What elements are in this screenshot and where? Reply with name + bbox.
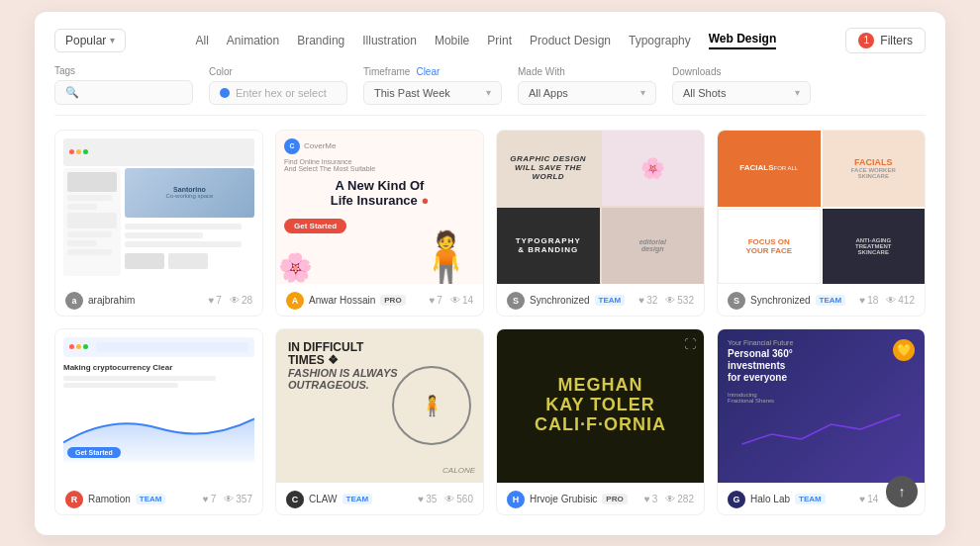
color-dot [220,88,230,98]
nav-links: All Animation Branding Illustration Mobi… [195,32,776,49]
card-facials[interactable]: FACIALSFOR ALL FACIALS FACE WORKERSKINCA… [717,130,926,317]
card4-avatar: S [728,292,745,310]
color-filter: Color Enter hex or select [209,66,347,105]
filters-button[interactable]: 1 Filters [845,28,926,53]
color-label: Color [209,66,347,77]
card4-author: S Synchronized TEAM [728,292,845,310]
made-with-filter: Made With All Apps ▾ [518,66,656,105]
arrow-up-icon: ↑ [899,484,906,500]
heart-icon7: ♥ [644,494,650,504]
downloads-select[interactable]: All Shots ▾ [672,81,811,105]
card4-badge: TEAM [816,295,846,306]
nav-typography[interactable]: Typography [629,34,691,47]
card2-footer: A Anwar Hossain PRO ♥7 👁14 [276,284,483,316]
card1-stats: ♥7 👁28 [208,295,252,306]
nav-product-design[interactable]: Product Design [530,34,611,47]
clear-button[interactable]: Clear [416,66,440,77]
timeframe-chevron: ▾ [486,87,491,98]
card-coworking[interactable]: Santorino Co-working space [54,130,263,317]
card7-avatar: H [507,491,525,508]
search-icon: 🔍 [65,86,79,99]
color-placeholder: Enter hex or select [236,87,327,99]
card1-avatar: a [65,292,83,310]
card2-author-name: Anwar Hossain [309,295,375,306]
timeframe-value: This Past Week [374,87,450,99]
nav-animation[interactable]: Animation [227,34,279,47]
card6-image: IN DIFFICULTTIMES ❖ Fashion is alwaysout… [276,329,483,483]
card3-author: S Synchronized TEAM [507,292,625,310]
popular-button[interactable]: Popular ▾ [54,29,126,52]
view-icon7: 👁 [665,494,675,504]
card6-author: C CLAW TEAM [286,491,372,508]
card2-avatar: A [286,292,304,310]
top-nav: Popular ▾ All Animation Branding Illustr… [54,28,926,53]
card1-image: Santorino Co-working space [55,131,262,284]
card3-author-name: Synchronized [530,295,590,306]
main-container: Popular ▾ All Animation Branding Illustr… [35,12,945,535]
tags-filter: Tags 🔍 [54,65,193,105]
view-icon6: 👁 [444,494,454,504]
popular-label: Popular [65,34,106,47]
card3-image: GRAPHIC DESIGNWILL SAVE THE WORLD 🌸 TYPO… [497,131,704,284]
card3-stats: ♥32 👁532 [638,295,694,306]
heart-icon: ♥ [208,295,214,306]
card2-stats: ♥7 👁14 [429,295,473,306]
heart-icon6: ♥ [418,494,424,504]
nav-print[interactable]: Print [487,34,512,47]
nav-all[interactable]: All [195,34,208,47]
card-synchronized1[interactable]: GRAPHIC DESIGNWILL SAVE THE WORLD 🌸 TYPO… [496,130,705,317]
card7-image: ⛶ MEGHANKAY TOLERCALI·F·ORNIA [497,329,704,483]
card1-author: a arajbrahim [65,292,135,310]
card1-author-name: arajbrahim [88,295,135,306]
card5-author: R Ramotion TEAM [65,491,165,508]
card3-footer: S Synchronized TEAM ♥32 👁532 [497,284,704,316]
card8-image: Your Financial Future Personal 360°inves… [718,329,925,483]
scroll-top-button[interactable]: ↑ [886,476,918,507]
heart-icon4: ♥ [859,295,865,306]
made-with-select[interactable]: All Apps ▾ [518,81,656,105]
view-icon3: 👁 [665,295,675,306]
downloads-value: All Shots [683,87,726,99]
nav-web-design[interactable]: Web Design [709,32,776,49]
nav-branding[interactable]: Branding [297,34,344,47]
heart-icon3: ♥ [638,295,644,306]
card6-author-name: CLAW [309,494,338,504]
card7-stats: ♥3 👁282 [644,494,694,504]
card7-footer: H Hrvoje Grubisic PRO ♥3 👁282 [497,483,704,514]
card8-author: G Halo Lab TEAM [728,491,826,508]
screen-icon: ⛶ [684,337,696,351]
nav-illustration[interactable]: Illustration [362,34,417,47]
card6-footer: C CLAW TEAM ♥35 👁560 [276,483,483,514]
card-meghan[interactable]: ⛶ MEGHANKAY TOLERCALI·F·ORNIA H Hrvoje G… [496,328,705,515]
card7-badge: PRO [602,494,627,504]
card4-author-name: Synchronized [750,295,811,306]
card4-image: FACIALSFOR ALL FACIALS FACE WORKERSKINCA… [718,131,925,284]
card2-badge: PRO [380,295,405,306]
card1-footer: a arajbrahim ♥7 👁28 [55,284,262,316]
card-crypto[interactable]: Making cryptocurrency Clear [54,328,263,515]
filters-count: 1 [858,33,874,48]
card5-avatar: R [65,491,83,508]
popular-chevron: ▾ [110,35,115,46]
filters-label: Filters [880,34,913,47]
card3-avatar: S [507,292,525,310]
card-fashion[interactable]: IN DIFFICULTTIMES ❖ Fashion is alwaysout… [275,328,484,515]
card6-badge: TEAM [343,494,373,504]
card5-badge: TEAM [136,494,166,504]
color-input[interactable]: Enter hex or select [209,81,347,105]
tags-input[interactable]: 🔍 [54,80,193,105]
card4-footer: S Synchronized TEAM ♥18 👁412 [718,284,925,316]
view-icon: 👁 [230,295,240,306]
card4-stats: ♥18 👁412 [859,295,915,306]
card5-author-name: Ramotion [88,494,131,504]
timeframe-label-row: Timeframe Clear [363,66,502,77]
card2-image: C CoverMe Find Online InsuranceAnd Selec… [276,131,483,284]
card5-stats: ♥7 👁357 [203,494,252,504]
heart-icon2: ♥ [429,295,435,306]
card5-image: Making cryptocurrency Clear [55,329,262,483]
heart-icon5: ♥ [203,494,209,504]
timeframe-select[interactable]: This Past Week ▾ [363,81,502,105]
nav-mobile[interactable]: Mobile [435,34,469,47]
card-life-insurance[interactable]: C CoverMe Find Online InsuranceAnd Selec… [275,130,484,317]
card8-avatar: G [728,491,745,508]
